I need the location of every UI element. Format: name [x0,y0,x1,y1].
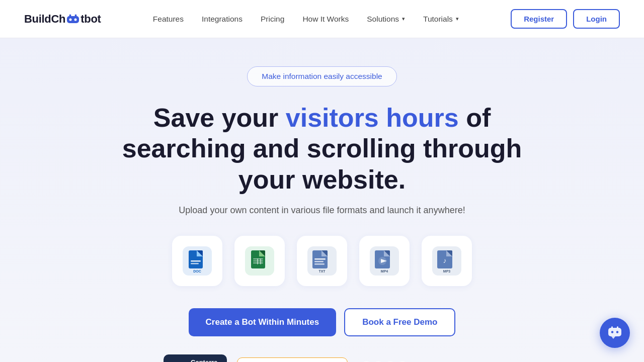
chevron-down-icon: ▾ [402,16,405,22]
svg-rect-22 [260,258,261,264]
svg-rect-52 [608,328,621,336]
navbar: BuildCh tbot Features Integrations Prici… [0,0,644,38]
book-demo-button[interactable]: Book a Free Demo [344,308,455,336]
nav-actions: Register Login [511,9,620,29]
hero-section: Make information easily accessible Save … [0,38,644,362]
svg-point-2 [74,18,77,21]
logo[interactable]: BuildCh tbot [24,13,101,26]
svg-point-6 [75,15,76,16]
capterra-score: Capterra ★★★★½ 4.2 [189,358,219,362]
hero-heading: Save your visitors hours of searching an… [106,103,538,195]
svg-text:MP4: MP4 [381,269,388,273]
nav-link-solutions: Solutions [367,15,399,24]
nav-link-features[interactable]: Features [153,15,184,23]
svg-point-5 [69,15,71,16]
social-proof: 🚀 Capterra ★★★★½ 4.2 P PRODUCT HUNT #3 P… [164,354,480,362]
svg-rect-28 [314,261,324,262]
nav-item-how-it-works[interactable]: How It Works [302,15,349,24]
file-icon-txt: TXT [297,236,347,286]
nav-item-tutorials[interactable]: Tutorials ▾ [423,15,459,24]
file-icon-mp4: MP4 [359,236,410,286]
svg-text:MP3: MP3 [443,269,451,273]
svg-text:DOC: DOC [193,269,201,273]
file-icon-doc: DOC [172,236,222,286]
nav-link-tutorials: Tutorials [423,15,453,24]
product-hunt-badge: P PRODUCT HUNT #3 Product of the Day [237,357,348,362]
create-bot-button[interactable]: Create a Bot Within Minutes [189,308,337,336]
capterra-label: Capterra [191,358,217,362]
chevron-down-icon: ▾ [456,16,459,22]
hero-subtext: Upload your own content in various file … [179,205,465,216]
nav-links: Features Integrations Pricing How It Wor… [153,15,459,24]
nav-item-integrations[interactable]: Integrations [202,15,243,24]
svg-point-54 [616,331,618,333]
svg-point-1 [69,18,72,21]
capterra-badge: 🚀 Capterra ★★★★½ 4.2 [164,354,227,362]
register-button[interactable]: Register [511,9,567,29]
svg-text:♪: ♪ [443,256,447,264]
svg-rect-11 [191,260,201,262]
svg-point-53 [611,331,613,333]
logo-text: BuildCh tbot [24,13,101,26]
file-icon-sheets [234,236,285,286]
svg-rect-21 [257,258,258,264]
svg-rect-55 [611,326,613,328]
nav-item-features[interactable]: Features [153,15,184,24]
login-button[interactable]: Login [573,9,620,29]
svg-rect-29 [314,263,325,265]
bot-icon [66,14,80,25]
file-icons-row: DOC [172,236,472,286]
svg-rect-56 [617,326,618,328]
nav-link-pricing[interactable]: Pricing [261,15,284,23]
heading-text-before: Save your [153,103,286,132]
heading-highlight: visitors hours [286,103,459,132]
svg-rect-27 [314,258,326,260]
nav-link-integrations[interactable]: Integrations [202,15,243,23]
nav-item-pricing[interactable]: Pricing [261,15,284,24]
cta-buttons: Create a Bot Within Minutes Book a Free … [189,308,456,336]
nav-item-solutions[interactable]: Solutions ▾ [367,15,405,24]
chat-bot-button[interactable] [600,318,630,348]
nav-link-how-it-works[interactable]: How It Works [302,15,349,23]
svg-text:TXT: TXT [318,269,326,273]
pill-badge: Make information easily accessible [247,66,397,86]
file-icon-mp3: ♪ MP3 [422,236,472,286]
svg-rect-0 [67,16,79,23]
svg-rect-12 [191,263,199,264]
